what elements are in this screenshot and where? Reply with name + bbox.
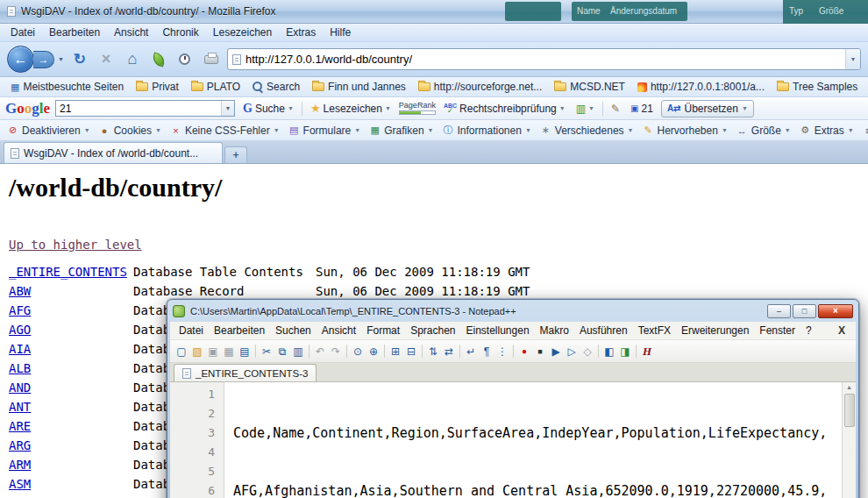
menu-chronik[interactable]: Chronik [155,25,205,40]
new-tab-button[interactable]: + [224,146,247,163]
devtool-grafiken[interactable]: ▦Grafiken▼ [369,125,433,137]
search-history-dropdown[interactable]: ▼ [221,101,234,116]
word-wrap-icon[interactable]: ↵ [463,344,479,359]
devtool-informationen[interactable]: ⓘInformationen▼ [443,124,531,137]
url-input[interactable] [245,53,841,66]
record-macro-icon[interactable]: ● [516,344,532,359]
menu-hilfe[interactable]: Hilfe [323,25,358,40]
save-icon[interactable]: ▣ [205,344,221,359]
url-dropdown-button[interactable]: ▼ [845,49,860,69]
npp-menu-sprachen[interactable]: Sprachen [405,323,460,338]
indent-guide-icon[interactable]: ⋮ [494,344,510,359]
refresh-button[interactable]: ↻ [69,49,90,70]
devtool-groesse[interactable]: ↔Größe▼ [736,125,791,137]
menu-bearbeiten[interactable]: Bearbeiten [42,25,107,40]
bookmark-finn-und-jannes[interactable]: Finn und Jannes [307,79,411,95]
npp-menu-suchen[interactable]: Suchen [270,323,317,338]
sync-horizontal-icon[interactable]: ⇄ [441,344,457,359]
entry-link[interactable]: AFG [9,303,31,317]
back-button[interactable]: ← [7,46,34,73]
doc-monitor-icon[interactable]: ◨ [617,344,633,359]
npp-menu-textfx[interactable]: TextFX [633,323,676,338]
entry-link[interactable]: ALB [9,361,31,375]
run-macro-multiple-icon[interactable]: ▷ [564,344,580,359]
bookmark-privat[interactable]: Privat [131,79,184,95]
redo-icon[interactable]: ↷ [328,344,344,359]
devtool-extras[interactable]: ⚙Extras▼ [800,125,854,137]
cut-icon[interactable]: ✂ [259,344,274,359]
zoom-in-icon[interactable]: ⊞ [388,344,403,359]
vertical-scrollbar[interactable]: ▼ [842,382,856,498]
notepadpp-titlebar[interactable]: C:\Users\Martin\AppData\Local\Temp\_ENTI… [167,300,858,322]
save-all-icon[interactable]: ▦ [221,344,237,359]
devtool-deaktivieren[interactable]: ⊘Deaktivieren▼ [7,125,90,137]
entry-link[interactable]: ARG [9,438,31,452]
npp-menu-format[interactable]: Format [361,323,405,338]
entry-link[interactable]: ABW [9,284,31,298]
paste-icon[interactable]: ▥ [290,344,306,359]
copy-icon[interactable]: ⧉ [274,344,290,359]
maximize-button[interactable]: □ [793,304,816,318]
forward-button[interactable]: → [33,51,54,68]
menu-lesezeichen[interactable]: Lesezeichen [206,25,279,40]
zoom-out-icon[interactable]: ⊟ [403,344,419,359]
bookmark-search[interactable]: Search [247,79,305,95]
devtool-cookies[interactable]: ●Cookies▼ [99,125,161,137]
npp-menu-datei[interactable]: Datei [174,323,209,338]
entry-link[interactable]: ARE [9,419,31,433]
bookmark-meistbesuchte-seiten[interactable]: ▦Meistbesuchte Seiten [5,79,129,95]
npp-menu-ansicht[interactable]: Ansicht [317,323,361,338]
tab-wsgidav-index[interactable]: WsgiDAV - Index of /world-db/count... [4,142,223,163]
npp-menu-fenster[interactable]: Fenster [754,323,800,338]
close-button[interactable]: × [818,304,853,318]
replace-icon[interactable]: ⊕ [366,344,381,359]
google-bookmarks-button[interactable]: ★Lesezeichen▼ [308,100,394,117]
print-button[interactable] [201,49,222,70]
highlighter-button[interactable]: ✎ [608,101,623,117]
spellcheck-button[interactable]: ABC✓Rechtschreibprüfung▼ [441,101,568,117]
autofill-button[interactable]: ▥▼ [573,101,597,117]
entry-link[interactable]: ASM [9,477,31,491]
google-search-button[interactable]: GSuche▼ [240,100,296,117]
sage-feed-button[interactable] [148,49,169,70]
pagerank-widget[interactable]: PageRank [399,102,436,115]
google-search-input[interactable] [56,103,221,115]
print-icon[interactable]: ▤ [237,344,253,359]
firefox-titlebar[interactable]: WsgiDAV - Index of /world-db/country/ - … [0,0,868,24]
devtool-formulare[interactable]: ▤Formulare▼ [288,125,361,137]
npp-menu-help[interactable]: ? [800,323,817,338]
save-macro-icon[interactable]: ◇ [580,344,595,359]
scroll-up-icon[interactable]: ▼ [846,382,852,394]
history-button[interactable] [174,49,196,70]
history-dropdown-icon[interactable]: ▼ [58,56,64,62]
translate-button[interactable]: A⇄Übersetzen▼ [661,100,754,117]
bookmark-mcsd-net[interactable]: MCSD.NET [549,79,630,95]
document-tab[interactable]: _ENTIRE_CONTENTS-3 [174,364,317,381]
entry-link[interactable]: ANT [9,400,31,414]
devtool-hervorheben[interactable]: ✎Hervorheben▼ [643,125,728,137]
entry-link[interactable]: _ENTIRE_CONTENTS [9,265,127,279]
google-search-box[interactable]: ▼ [55,100,235,117]
npp-menu-makro[interactable]: Makro [535,323,574,338]
html-preview-icon[interactable]: H [639,344,655,359]
undo-icon[interactable]: ↶ [312,344,328,359]
doc-view-icon[interactable]: ◧ [601,344,617,359]
scrollbar-thumb[interactable] [844,394,855,427]
code-text[interactable]: Code,Name,Continent,Region,SurfaceArea,I… [224,382,856,498]
bookmark-sourceforge[interactable]: http://sourceforge.net... [413,79,547,95]
npp-menu-erweiterungen[interactable]: Erweiterungen [676,323,754,338]
entry-link[interactable]: AND [9,381,31,395]
result-counter[interactable]: ▣21 [628,101,656,117]
stop-button[interactable]: × [96,49,117,70]
npp-menu-einstellungen[interactable]: Einstellungen [461,323,535,338]
home-button[interactable]: ⌂ [122,49,143,70]
npp-menu-close-icon[interactable]: X [831,324,852,337]
devtool-css-fehler[interactable]: ×Keine CSS-Fehler▼ [170,125,280,137]
bookmark-localhost-8001[interactable]: http://127.0.0.1:8001/a... [632,79,770,95]
npp-menu-ausfuehren[interactable]: Ausführen [574,323,633,338]
find-icon[interactable]: ⊙ [350,344,366,359]
sync-vertical-icon[interactable]: ⇅ [425,344,441,359]
menu-extras[interactable]: Extras [279,25,323,40]
bookmark-tree-samples[interactable]: Tree Samples [772,79,863,95]
open-file-icon[interactable]: ▨ [189,344,205,359]
